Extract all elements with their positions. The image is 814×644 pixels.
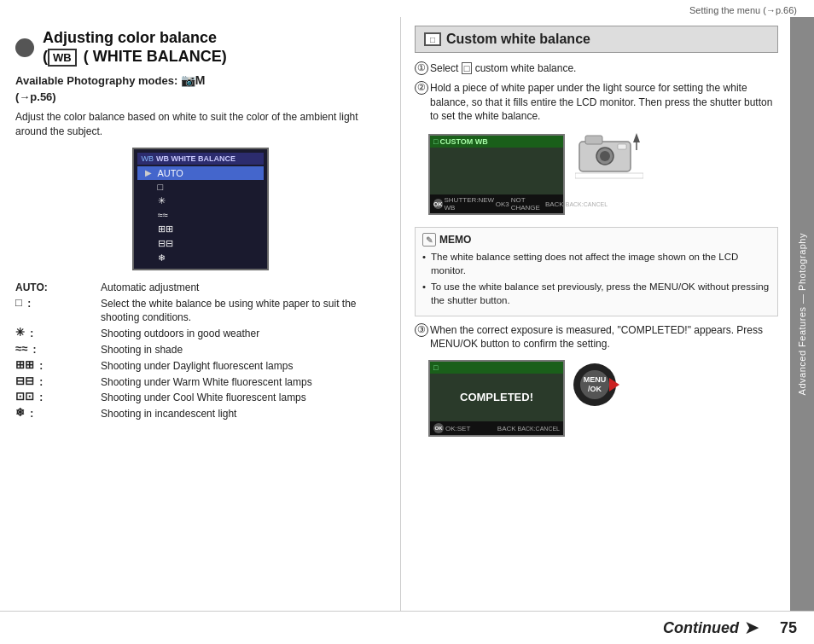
step-2: ② Hold a piece of white paper under the … [415,81,778,124]
wb-menu-item-2: □ [137,180,264,194]
section-title: Adjusting color balance (WB ( WHITE BALA… [15,29,385,67]
left-column: Adjusting color balance (WB ( WHITE BALA… [0,17,401,611]
section-heading: Adjusting color balance (WB ( WHITE BALA… [43,29,227,67]
legend-item-warm-fl: ⊟⊟ : Shooting under Warm White fluoresce… [15,375,385,390]
wb-menu-item-auto: ▶ AUTO [137,166,264,180]
screen2-bottom-bar: OK OK:SET BACK BACK:CANCEL [430,421,563,435]
cwb-title: Custom white balance [446,32,590,47]
memo-item-2: To use the white balance set previously,… [422,280,770,307]
right-column: □ Custom white balance ① Select □ custom… [401,17,790,611]
completed-text: COMPLETED! [430,391,563,403]
screen1-bottom-bar: OK SHUTTER:NEW WB OK3 NOT CHANGE BACK BA… [430,194,563,213]
photo-modes: Available Photography modes: 📷M [15,73,385,87]
legend-item-auto: AUTO: Automatic adjustment [15,281,385,295]
screen1-mock: □ CUSTOM WB OK SHUTTER:NEW WB OK3 NOT CH… [428,134,565,215]
screen2-btn1: OK OK:SET [433,423,470,433]
legend-item-wb: □ : Select the white balance be using wh… [15,297,385,326]
wb-menu-item-6: ⊟⊟ [137,236,264,251]
legend-item-daylight-fl: ⊞⊞ : Shooting under Daylight fluorescent… [15,359,385,374]
screen1-title: CUSTOM WB [439,137,487,146]
page-container: Setting the menu (→p.66) Adjusting color… [0,0,814,644]
wb-menu-container: WB WB WHITE BALANCE ▶ AUTO □ [15,148,385,270]
svg-point-2 [600,151,610,161]
screen1-btn1: OK SHUTTER:NEW WB [433,196,496,212]
screen1-btn2: OK3 NOT CHANGE BACK BACK:CANCEL [496,196,608,212]
step-1: ① Select □ custom white balance. [415,61,778,76]
description: Adjust the color balance based on white … [15,110,385,139]
menu-ok-button: MENU/OK [573,363,616,406]
memo-title: ✎ MEMO [422,233,770,247]
memo-icon: ✎ [422,233,436,247]
step2-text: Hold a piece of white paper under the li… [430,81,778,124]
svg-rect-5 [575,173,643,178]
continued-arrow: ➤ [744,617,759,639]
step-3: ③ When the correct exposure is measured,… [415,323,778,352]
step1-num: ① [415,61,428,75]
wb-menu-item-4: ≈≈ [137,208,264,222]
legend-item-cool-fl: ⊡⊡ : Shooting under Cool White fluoresce… [15,391,385,405]
camera-svg [575,129,643,180]
continued-label: Continued [663,619,739,637]
right-sidebar: Advanced Features — Photography [790,17,814,611]
svg-rect-4 [618,144,626,149]
wb-menu-item-5: ⊞⊞ [137,222,264,236]
legend: AUTO: Automatic adjustment □ : Select th… [15,281,385,421]
bottom-bar: Continued ➤ 75 [0,611,814,644]
legend-item-incandescent: ❄ : Shooting in incandescent light [15,407,385,421]
camera-sketch [575,129,643,180]
camera-area [575,129,643,180]
wb-menu-title: WB WB WHITE BALANCE [137,153,264,165]
wb-badge: WB [48,49,77,67]
legend-item-sun: ✳ : Shooting outdoors in good weather [15,327,385,341]
wb-menu: WB WB WHITE BALANCE ▶ AUTO □ [132,148,269,270]
step1-text: Select □ custom white balance. [430,61,576,76]
screen2-row: □ COMPLETED! OK OK:SET BACK BACK:CANCEL [415,357,778,440]
nav-text: Setting the menu (→p.66) [689,5,797,15]
svg-marker-6 [633,133,640,142]
screen1-row: □ CUSTOM WB OK SHUTTER:NEW WB OK3 NOT CH… [415,129,778,220]
step3-num: ③ [415,323,428,337]
bullet-icon [15,38,34,57]
wb-menu-item-3: ✳ [137,194,264,208]
cwb-icon: □ [424,32,441,46]
cwb-header: □ Custom white balance [415,26,778,53]
top-header: Setting the menu (→p.66) [0,0,814,17]
step2-num: ② [415,81,428,95]
wb-menu-item-7: ❄ [137,251,264,265]
screen1-title-bar: □ CUSTOM WB [430,136,563,148]
screen2-mock: □ COMPLETED! OK OK:SET BACK BACK:CANCEL [428,360,565,437]
screen2-btn2: BACK BACK:CANCEL [494,423,560,433]
svg-rect-3 [585,136,602,144]
menu-ok-inner: MENU/OK [580,370,609,399]
photo-modes-sub: (→p.56) [15,90,385,103]
sidebar-label: Advanced Features — Photography [797,233,807,395]
memo-box: ✎ MEMO The white balance setting does no… [415,227,778,316]
wb-menu-items: ▶ AUTO □ ✳ ≈≈ [137,166,264,265]
screen2-title-bar: □ [430,362,563,374]
main-content: Adjusting color balance (WB ( WHITE BALA… [0,17,814,611]
menu-ok-arrow [609,378,619,392]
legend-item-shade: ≈≈ : Shooting in shade [15,343,385,357]
step3-text: When the correct exposure is measured, "… [430,323,778,352]
memo-item-1: The white balance setting does not affec… [422,250,770,277]
page-number: 75 [780,619,797,637]
